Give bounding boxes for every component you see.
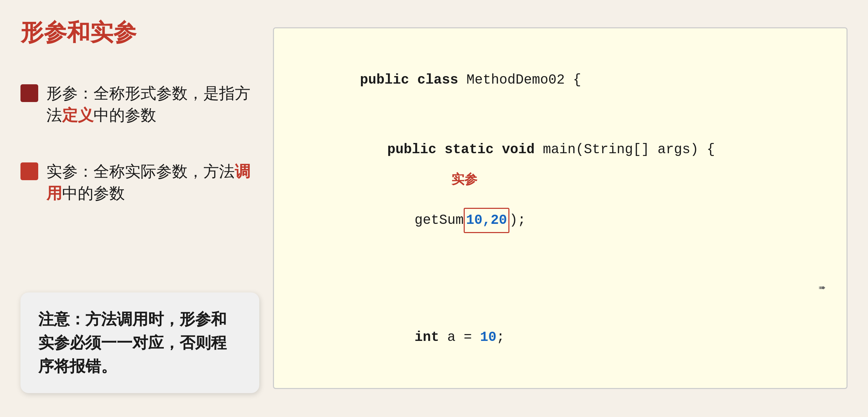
code-line-4 (294, 279, 826, 303)
actual-param-item: 实参：全称实际参数，方法调用中的参数 (20, 160, 252, 204)
annotation-shican-1: 实参 (451, 168, 477, 190)
formal-param-text: 形参：全称形式参数，是指方法定义中的参数 (46, 82, 252, 126)
code-line-1: public class MethodDemo02 { (294, 45, 826, 115)
code-line-6: int b = 10; (294, 372, 826, 389)
note-text: 注意：方法调用时，形参和实参必须一一对应，否则程序将报错。 (38, 307, 242, 378)
right-panel: public class MethodDemo02 { public stati… (273, 27, 848, 403)
formal-param-item: 形参：全称形式参数，是指方法定义中的参数 (20, 82, 252, 126)
code-line-5: int a = 10; (294, 303, 826, 372)
page-title: 形参和实参 (20, 17, 252, 48)
code-block: public class MethodDemo02 { public stati… (273, 27, 848, 389)
cursor-icon: ➠ (819, 278, 826, 299)
code-line-3: getSum10,20); 实参 (294, 185, 826, 279)
page-container: 形参和实参 形参：全称形式参数，是指方法定义中的参数 实参：全称实际参数，方法调… (0, 0, 868, 417)
actual-param-icon (20, 162, 38, 180)
code-line-2: public static void main(String[] args) { (294, 115, 826, 185)
formal-param-icon (20, 84, 38, 102)
left-panel: 形参和实参 形参：全称形式参数，是指方法定义中的参数 实参：全称实际参数，方法调… (20, 14, 252, 403)
actual-param-text: 实参：全称实际参数，方法调用中的参数 (46, 160, 252, 204)
note-box: 注意：方法调用时，形参和实参必须一一对应，否则程序将报错。 (20, 292, 259, 393)
